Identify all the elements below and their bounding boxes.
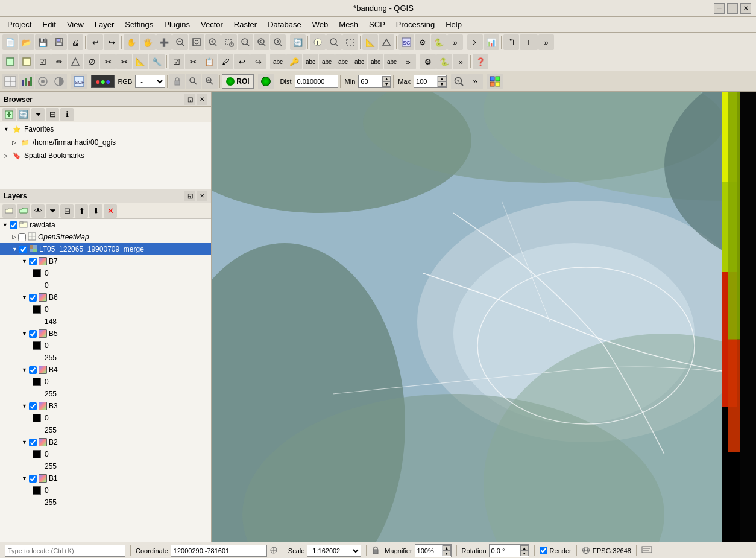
menu-processing[interactable]: Processing — [391, 19, 439, 30]
more-label-btn[interactable]: » — [400, 54, 416, 69]
menu-plugins[interactable]: Plugins — [159, 19, 195, 30]
menu-vector[interactable]: Vector — [196, 19, 228, 30]
layer-osm[interactable]: ▷ OpenStreetMap — [0, 231, 211, 243]
menu-database[interactable]: Database — [263, 19, 306, 30]
home-folder-item[interactable]: ▷ 📁 /home/firmanhadi/00_qgis — [0, 136, 211, 149]
min-spin-up[interactable]: ▲ — [382, 76, 391, 81]
max-input[interactable] — [414, 75, 437, 87]
browser-properties-btn[interactable]: ℹ — [60, 108, 74, 121]
menu-scp[interactable]: SCP — [364, 19, 390, 30]
rgb-channel-select[interactable]: - — [135, 75, 165, 88]
menu-help[interactable]: Help — [441, 19, 467, 30]
stats-btn[interactable]: Σ — [467, 34, 483, 50]
min-spin-down[interactable]: ▼ — [382, 81, 391, 87]
move-up-btn[interactable]: ⬆ — [75, 204, 88, 218]
rotation-spin-down[interactable]: ▼ — [520, 551, 529, 556]
scp-search-btn[interactable] — [186, 74, 201, 89]
remove-layer-btn[interactable]: ✕ — [104, 204, 117, 218]
render-checkbox[interactable] — [540, 547, 547, 554]
minimize-button[interactable]: ─ — [714, 3, 725, 14]
zoom-native-button[interactable]: 1:1 — [238, 34, 253, 50]
osm-checkbox[interactable] — [18, 233, 26, 241]
measure-area-button[interactable] — [379, 34, 394, 50]
label8-btn[interactable]: abc — [384, 54, 400, 69]
zoom-out-button[interactable] — [172, 34, 188, 50]
browser-filter-btn[interactable]: ⏷ — [31, 108, 45, 121]
messages-button[interactable] — [641, 546, 652, 556]
max-spin-up[interactable]: ▲ — [438, 76, 446, 81]
more-btn2[interactable]: » — [538, 34, 554, 50]
browser-add-btn[interactable] — [2, 108, 16, 121]
bookmarks-item[interactable]: ▷ 🔖 Spatial Bookmarks — [0, 149, 211, 162]
ruler-btn[interactable]: 📐 — [133, 54, 148, 69]
b7-checkbox[interactable] — [29, 258, 37, 265]
config-btn[interactable]: 🔧 — [149, 54, 165, 69]
python2-btn[interactable]: 🐍 — [436, 54, 452, 69]
menu-raster[interactable]: Raster — [229, 19, 262, 30]
zoom-last-button[interactable] — [254, 34, 269, 50]
move-down-btn[interactable]: ⬇ — [89, 204, 102, 218]
gear-btn[interactable]: ⚙ — [420, 54, 436, 69]
filter-btn[interactable]: ⏷ — [46, 204, 59, 218]
label2-btn[interactable]: 🔑 — [286, 54, 302, 69]
browser-tree[interactable]: ▼ ⭐ Favorites ▷ 📁 /home/firmanhadi/00_qg… — [0, 122, 211, 195]
new-project-button[interactable]: 📄 — [2, 34, 18, 50]
map-canvas[interactable] — [212, 92, 756, 542]
close-button[interactable]: ✕ — [740, 3, 751, 14]
roi-button[interactable]: ROI — [222, 74, 253, 89]
green-circle-btn[interactable] — [258, 74, 274, 89]
redo-button[interactable]: ↪ — [104, 34, 119, 50]
scp-lock-btn[interactable] — [169, 74, 185, 89]
add-layer-btn[interactable] — [17, 204, 30, 218]
scp-btn2[interactable]: ⚙ — [415, 34, 430, 50]
browser-close-btn[interactable]: ✕ — [197, 94, 207, 105]
label6-btn[interactable]: abc — [351, 54, 367, 69]
magnifier-input[interactable] — [415, 545, 442, 557]
pen-btn[interactable]: 🖊 — [218, 54, 233, 69]
scale-select[interactable]: 1:162002 — [307, 545, 361, 557]
menu-project[interactable]: Project — [2, 19, 36, 30]
menu-edit[interactable]: Edit — [37, 19, 60, 30]
b2-checkbox[interactable] — [29, 439, 37, 446]
layer-lt05[interactable]: ▼ LT05_122065_19900709_merge — [0, 243, 211, 255]
visibility-btn[interactable]: 👁 — [31, 204, 45, 218]
zoom-magnifier-btn[interactable] — [451, 74, 467, 89]
annotation-btn[interactable]: 🗒 — [503, 34, 519, 50]
layer-b5[interactable]: ▼ B5 — [0, 328, 211, 340]
b1-checkbox[interactable] — [29, 475, 37, 483]
zoom-layer-button[interactable] — [205, 34, 221, 50]
open-project-button[interactable]: 📂 — [19, 34, 34, 50]
more-btn1[interactable]: » — [447, 34, 463, 50]
collapse-btn[interactable]: ⊟ — [60, 204, 74, 218]
refresh-button[interactable]: 🔄 — [290, 34, 306, 50]
cut2-btn[interactable]: ✂ — [185, 54, 201, 69]
label5-btn[interactable]: abc — [335, 54, 351, 69]
raster-contrast-btn[interactable] — [51, 74, 67, 89]
raster-stats-btn[interactable] — [19, 74, 34, 89]
select-feature-button[interactable] — [326, 34, 342, 50]
redo2-btn[interactable]: ↪ — [250, 54, 266, 69]
more-btn3[interactable]: » — [453, 54, 468, 69]
min-input[interactable] — [359, 75, 382, 87]
locate-input[interactable] — [5, 545, 125, 557]
layers-float-btn[interactable]: ◱ — [184, 191, 195, 201]
b3-checkbox[interactable] — [29, 402, 37, 410]
undo-button[interactable]: ↩ — [87, 34, 103, 50]
digitize-btn2[interactable] — [19, 54, 34, 69]
scp-btn1[interactable]: SCP — [398, 34, 414, 50]
layer-rawdata[interactable]: ▼ rawdata — [0, 219, 211, 231]
help-btn[interactable]: ❓ — [473, 54, 488, 69]
scp-toolbar-btn[interactable]: SCP — [71, 74, 87, 89]
python-btn[interactable]: 🐍 — [431, 34, 447, 50]
open-layer-btn[interactable] — [2, 204, 16, 218]
cut-btn[interactable]: ✂ — [100, 54, 116, 69]
check-btn[interactable]: ☑ — [169, 54, 184, 69]
undo2-btn[interactable]: ↩ — [234, 54, 250, 69]
menu-layer[interactable]: Layer — [90, 19, 119, 30]
label7-btn[interactable]: abc — [368, 54, 383, 69]
text-btn[interactable]: T — [520, 34, 538, 50]
max-spin-down[interactable]: ▼ — [438, 81, 446, 87]
label-btn[interactable]: abc — [270, 54, 286, 69]
layer-b2[interactable]: ▼ B2 — [0, 436, 211, 448]
pan-tool-button[interactable]: ✋ — [124, 34, 139, 50]
